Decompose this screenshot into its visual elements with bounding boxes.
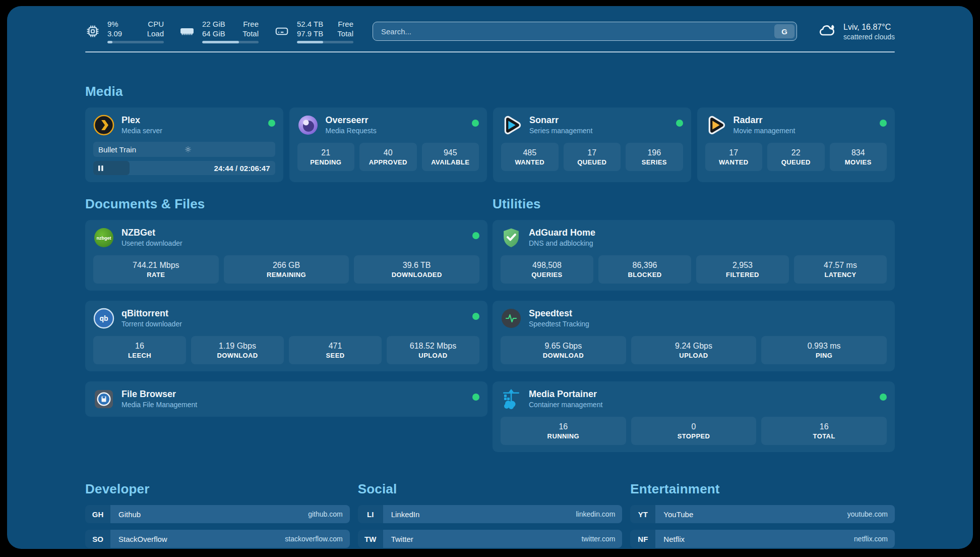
overseerr-status-dot	[472, 120, 479, 127]
overseerr-name: Overseerr	[326, 115, 472, 126]
weather-condition: scattered clouds	[843, 32, 895, 41]
youtube-name: YouTube	[663, 510, 847, 519]
radarr-stat-queued: 22QUEUED	[767, 143, 825, 171]
portainer-stat-total: 16TOTAL	[761, 417, 887, 445]
sonarr-subtitle: Series management	[529, 126, 676, 136]
twitter-url: twitter.com	[581, 535, 615, 543]
portainer-stat-stopped: 0STOPPED	[631, 417, 757, 445]
sonarr-stat-queued: 17QUEUED	[564, 143, 621, 171]
speedtest-stat-ping: 0.993 msPING	[761, 336, 887, 364]
section-developer: Developer GH Github github.com SO StackO…	[85, 481, 350, 549]
link-linkedin[interactable]: LI LinkedIn linkedin.com	[358, 505, 623, 523]
qbittorrent-card[interactable]: qb qBittorrent Torrent downloader 16LEEC…	[85, 301, 487, 371]
disk-progress	[297, 41, 353, 43]
filebrowser-icon	[93, 388, 114, 410]
overseerr-card[interactable]: Overseerr Media Requests 21PENDING 40APP…	[289, 107, 487, 182]
section-utilities: Utilities	[493, 196, 895, 452]
top-bar: 9% 3.09 CPU Load	[85, 6, 895, 43]
overseerr-subtitle: Media Requests	[326, 126, 472, 136]
link-youtube[interactable]: YT YouTube youtube.com	[630, 505, 895, 523]
plex-subtitle: Media server	[121, 126, 268, 136]
github-abbr: GH	[85, 505, 110, 523]
speedtest-pulse-icon	[501, 308, 522, 329]
radarr-stat-wanted: 17WANTED	[705, 143, 763, 171]
radarr-stat-movies: 834MOVIES	[830, 143, 887, 171]
qbittorrent-subtitle: Torrent downloader	[121, 319, 472, 329]
qbittorrent-stat-seed: 471SEED	[289, 336, 382, 364]
adguard-stat-filtered: 2,953FILTERED	[696, 255, 789, 284]
ram-total-value: 64 GiB	[202, 29, 225, 38]
linkedin-url: linkedin.com	[576, 510, 616, 518]
search-engine-button[interactable]: G	[774, 24, 794, 38]
portainer-name: Media Portainer	[529, 388, 880, 400]
cpu-stat: 9% 3.09 CPU Load	[85, 19, 164, 43]
dashboard-canvas: 9% 3.09 CPU Load	[7, 6, 973, 549]
nzbget-stat-remaining: 266 GBREMAINING	[224, 255, 349, 284]
disk-free-label: Free	[337, 19, 353, 29]
plex-name: Plex	[121, 115, 268, 126]
filebrowser-card[interactable]: File Browser Media File Management	[85, 381, 487, 417]
stackoverflow-abbr: SO	[85, 530, 110, 548]
stackoverflow-url: stackoverflow.com	[285, 535, 342, 543]
sonarr-name: Sonarr	[529, 115, 676, 126]
sonarr-card[interactable]: Sonarr Series management 485WANTED 17QUE…	[493, 107, 691, 182]
adguard-stat-blocked: 86,396BLOCKED	[598, 255, 691, 284]
twitter-name: Twitter	[391, 535, 582, 543]
entertainment-section-title: Entertainment	[630, 481, 895, 497]
adguard-subtitle: DNS and adblocking	[529, 239, 887, 248]
link-github[interactable]: GH Github github.com	[85, 505, 350, 523]
developer-section-title: Developer	[85, 481, 350, 497]
cpu-load-label: Load	[147, 29, 164, 38]
speedtest-name: Speedtest	[529, 308, 887, 319]
radarr-icon	[705, 115, 726, 136]
plex-card[interactable]: Plex Media server Bullet Train	[85, 107, 283, 182]
ram-total-label: Total	[242, 29, 259, 38]
nzbget-stat-downloaded: 39.6 TBDOWNLOADED	[354, 255, 479, 284]
disk-stat: 52.4 TB 97.9 TB Free Total	[274, 19, 353, 43]
svg-text:nzbget: nzbget	[97, 236, 111, 241]
weather-widget[interactable]: Lviv, 16.87°C scattered clouds	[817, 21, 895, 41]
adguard-stat-queries: 498,508QUERIES	[501, 255, 593, 284]
filebrowser-subtitle: Media File Management	[121, 400, 472, 410]
nzbget-stat-rate: 744.21 MbpsRATE	[93, 255, 219, 284]
radarr-card[interactable]: Radarr Movie management 17WANTED 22QUEUE…	[697, 107, 895, 182]
link-twitter[interactable]: TW Twitter twitter.com	[358, 530, 623, 548]
portainer-card[interactable]: Media Portainer Container management 16R…	[493, 381, 895, 452]
sonarr-icon	[501, 115, 522, 136]
utilities-section-title: Utilities	[493, 196, 895, 212]
qbittorrent-name: qBittorrent	[121, 308, 472, 319]
speedtest-card[interactable]: Speedtest Speedtest Tracking 9.65 GbpsDO…	[493, 301, 895, 371]
cpu-label: CPU	[147, 19, 164, 29]
link-netflix[interactable]: NF Netflix netflix.com	[630, 530, 895, 548]
adguard-card[interactable]: AdGuard Home DNS and adblocking 498,508Q…	[493, 220, 895, 291]
netflix-abbr: NF	[630, 530, 655, 548]
youtube-url: youtube.com	[847, 510, 888, 518]
section-social: Social LI LinkedIn linkedin.com TW Twitt…	[358, 481, 623, 548]
section-documents: Documents & Files nzbget	[85, 196, 487, 417]
sonarr-stat-series: 196SERIES	[626, 143, 683, 171]
adguard-shield-icon	[501, 227, 522, 248]
qbittorrent-stat-leech: 16LEECH	[93, 336, 186, 364]
stackoverflow-name: StackOverflow	[118, 535, 285, 543]
cloud-icon	[817, 21, 837, 41]
section-media: Media Plex Media server	[85, 84, 895, 182]
speedtest-subtitle: Speedtest Tracking	[529, 319, 887, 329]
overseerr-stat-approved: 40APPROVED	[359, 143, 417, 171]
nzbget-name: NZBGet	[121, 227, 472, 239]
radarr-name: Radarr	[733, 115, 880, 126]
weather-location-temp: Lviv, 16.87°C	[843, 22, 895, 32]
plex-playback-time: 24:44 / 02:06:47	[214, 164, 270, 173]
plex-status-dot	[268, 120, 275, 127]
nzbget-card[interactable]: nzbget NZBGet Usenet downloader 744.21 M…	[85, 220, 487, 291]
pause-icon[interactable]	[98, 165, 104, 172]
search-input[interactable]	[373, 22, 797, 41]
stream-settings-gear-icon[interactable]	[184, 145, 270, 153]
link-stackoverflow[interactable]: SO StackOverflow stackoverflow.com	[85, 530, 350, 548]
ram-stat: 22 GiB 64 GiB Free Total	[179, 19, 259, 43]
plex-progress-bar[interactable]: 24:44 / 02:06:47	[93, 161, 275, 175]
cpu-load-value: 3.09	[107, 29, 122, 38]
cpu-icon	[85, 24, 100, 39]
ram-icon	[179, 24, 195, 39]
qbittorrent-icon: qb	[93, 308, 114, 329]
netflix-name: Netflix	[663, 535, 854, 543]
